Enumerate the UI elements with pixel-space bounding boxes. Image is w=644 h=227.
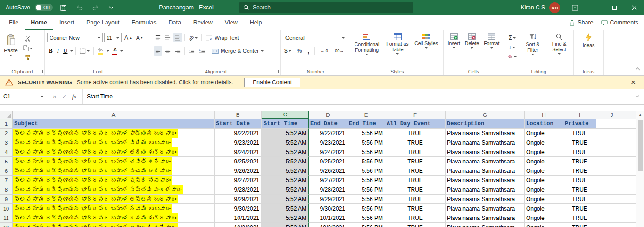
cell-C7[interactable]: 5:52 AM bbox=[262, 176, 309, 185]
cell-F1[interactable]: All Day Event bbox=[385, 119, 446, 129]
cell-C9[interactable]: 5:52 AM bbox=[262, 195, 309, 204]
enter-formula-icon[interactable]: ✓ bbox=[62, 94, 66, 100]
cell-G11[interactable]: Plava naama Samvathsara bbox=[446, 213, 525, 223]
cell-H7[interactable]: Ongole bbox=[525, 176, 563, 185]
italic-button[interactable]: I bbox=[56, 46, 60, 56]
cell-E8[interactable]: 5:56 PM bbox=[347, 185, 385, 195]
tab-home[interactable]: Home bbox=[25, 15, 53, 30]
clear-button[interactable] bbox=[506, 52, 518, 61]
tab-help[interactable]: Help bbox=[244, 15, 268, 30]
cell-B3[interactable]: 9/23/2021 bbox=[215, 138, 262, 147]
customize-quick-access-icon[interactable] bbox=[106, 2, 117, 13]
cell-G8[interactable]: Plava naama Samvathsara bbox=[446, 185, 525, 195]
cell-A6[interactable]: ప్లవ నామ దక్షిణాయన భాద్రపద బహుళ పంచమి ఆద… bbox=[13, 166, 215, 176]
wrap-text-button[interactable]: Wrap Text bbox=[206, 35, 239, 41]
cell-J5[interactable] bbox=[596, 157, 627, 166]
decrease-decimal-button[interactable]: .00→ bbox=[332, 46, 346, 56]
save-icon[interactable] bbox=[58, 2, 69, 13]
cell-G2[interactable]: Plava naama Samvathsara bbox=[446, 129, 525, 138]
font-name-select[interactable]: Courier New bbox=[47, 33, 103, 42]
clipboard-dialog-launcher-icon[interactable] bbox=[39, 70, 43, 73]
cell-I4[interactable]: TRUE bbox=[563, 147, 596, 157]
cell-I3[interactable]: TRUE bbox=[563, 138, 596, 147]
cell-F8[interactable]: TRUE bbox=[385, 185, 446, 195]
cell-B9[interactable]: 9/29/2021 bbox=[215, 195, 262, 204]
redo-icon[interactable] bbox=[90, 2, 101, 13]
row-header-2[interactable]: 2 bbox=[0, 129, 13, 138]
row-header-1[interactable]: 1 bbox=[0, 119, 13, 129]
cell-F12[interactable]: TRUE bbox=[385, 223, 446, 227]
cell-C8[interactable]: 5:52 AM bbox=[262, 185, 309, 195]
cell-D10[interactable]: 9/30/2021 bbox=[309, 204, 347, 213]
row-header-11[interactable]: 11 bbox=[0, 213, 13, 223]
cell-H8[interactable]: Ongole bbox=[525, 185, 563, 195]
expand-formula-bar-icon[interactable] bbox=[630, 89, 644, 104]
enable-content-button[interactable]: Enable Content bbox=[244, 78, 300, 87]
col-header-G[interactable]: G bbox=[446, 111, 525, 119]
cell-J7[interactable] bbox=[596, 176, 627, 185]
underline-button[interactable]: U bbox=[62, 46, 69, 56]
cell-B2[interactable]: 9/22/2021 bbox=[215, 129, 262, 138]
col-header-B[interactable]: B bbox=[215, 111, 262, 119]
cell-G12[interactable]: Plava naama Samvathsara bbox=[446, 223, 525, 227]
cell-G10[interactable]: Plava naama Samvathsara bbox=[446, 204, 525, 213]
cell-I10[interactable]: TRUE bbox=[563, 204, 596, 213]
cell-A11[interactable]: ప్లవ నామ దక్షిణాయన భాద్రపద బహుళ దశమి శుక… bbox=[13, 213, 215, 223]
col-header-H[interactable]: H bbox=[525, 111, 563, 119]
cell-A9[interactable]: ప్లవ నామ దక్షిణాయన భాద్రపద బహుళ అష్టమి బ… bbox=[13, 195, 215, 204]
cell-I8[interactable]: TRUE bbox=[563, 185, 596, 195]
minimize-button[interactable] bbox=[585, 0, 604, 15]
align-right-button[interactable] bbox=[173, 46, 182, 56]
col-header-J[interactable]: J bbox=[596, 111, 627, 119]
cell-H1[interactable]: Location bbox=[525, 119, 563, 129]
cancel-formula-icon[interactable]: × bbox=[53, 93, 57, 100]
cell-F6[interactable]: TRUE bbox=[385, 166, 446, 176]
tab-review[interactable]: Review bbox=[187, 15, 219, 30]
decrease-indent-button[interactable] bbox=[187, 46, 196, 56]
cell-A1[interactable]: Subject bbox=[13, 119, 215, 129]
row-header-8[interactable]: 8 bbox=[0, 185, 13, 195]
cell-H2[interactable]: Ongole bbox=[525, 129, 563, 138]
cell-G9[interactable]: Plava naama Samvathsara bbox=[446, 195, 525, 204]
cell-A7[interactable]: ప్లవ నామ దక్షిణాయన భాద్రపద బహుళ షష్ఠి సో… bbox=[13, 176, 215, 185]
cell-B8[interactable]: 9/28/2021 bbox=[215, 185, 262, 195]
increase-font-size-button[interactable]: A▲ bbox=[123, 33, 133, 42]
security-bar-close-icon[interactable]: ✕ bbox=[627, 79, 639, 86]
cell-A12[interactable]: ప్లవ నామ దక్షిణాయన భాద్రపద బహుళ ఏకాదశి శ… bbox=[13, 223, 215, 227]
cell-B4[interactable]: 9/24/2021 bbox=[215, 147, 262, 157]
cell-H11[interactable]: Ongole bbox=[525, 213, 563, 223]
cell-E12[interactable]: 5:56 PM bbox=[347, 223, 385, 227]
cell-E10[interactable]: 5:56 PM bbox=[347, 204, 385, 213]
cell-E5[interactable]: 5:56 PM bbox=[347, 157, 385, 166]
col-header-E[interactable]: E bbox=[347, 111, 385, 119]
row-header-10[interactable]: 10 bbox=[0, 204, 13, 213]
cell-I6[interactable]: TRUE bbox=[563, 166, 596, 176]
row-header-9[interactable]: 9 bbox=[0, 195, 13, 204]
cell-B10[interactable]: 9/30/2021 bbox=[215, 204, 262, 213]
cut-button[interactable] bbox=[22, 34, 34, 43]
tab-file[interactable]: File bbox=[3, 15, 25, 30]
search-input[interactable]: Search bbox=[239, 2, 413, 13]
format-painter-button[interactable] bbox=[22, 53, 34, 62]
cell-C3[interactable]: 5:52 AM bbox=[262, 138, 309, 147]
cell-F9[interactable]: TRUE bbox=[385, 195, 446, 204]
cell-D1[interactable]: End Date bbox=[309, 119, 347, 129]
cell-C12[interactable]: 5:52 AM bbox=[262, 223, 309, 227]
cell-E11[interactable]: 5:56 PM bbox=[347, 213, 385, 223]
cell-A3[interactable]: ప్లవ నామ దక్షిణాయన భాద్రపద బహుళ విదియ గు… bbox=[13, 138, 215, 147]
cell-E3[interactable]: 5:56 PM bbox=[347, 138, 385, 147]
cell-C2[interactable]: 5:52 AM bbox=[262, 129, 309, 138]
cell-C1[interactable]: Start Time bbox=[262, 119, 309, 129]
name-box[interactable]: C1 bbox=[0, 89, 47, 104]
tab-data[interactable]: Data bbox=[162, 15, 187, 30]
cell-G4[interactable]: Plava naama Samvathsara bbox=[446, 147, 525, 157]
cell-G7[interactable]: Plava naama Samvathsara bbox=[446, 176, 525, 185]
cell-H6[interactable]: Ongole bbox=[525, 166, 563, 176]
cell-G6[interactable]: Plava naama Samvathsara bbox=[446, 166, 525, 176]
cell-D7[interactable]: 9/27/2021 bbox=[309, 176, 347, 185]
number-format-select[interactable]: General bbox=[283, 33, 347, 42]
cell-B6[interactable]: 9/26/2021 bbox=[215, 166, 262, 176]
cell-A10[interactable]: ప్లవ నామ దక్షిణాయన భాద్రపద బహుళ నవమి గుర… bbox=[13, 204, 215, 213]
cell-H5[interactable]: Ongole bbox=[525, 157, 563, 166]
cell-H10[interactable]: Ongole bbox=[525, 204, 563, 213]
